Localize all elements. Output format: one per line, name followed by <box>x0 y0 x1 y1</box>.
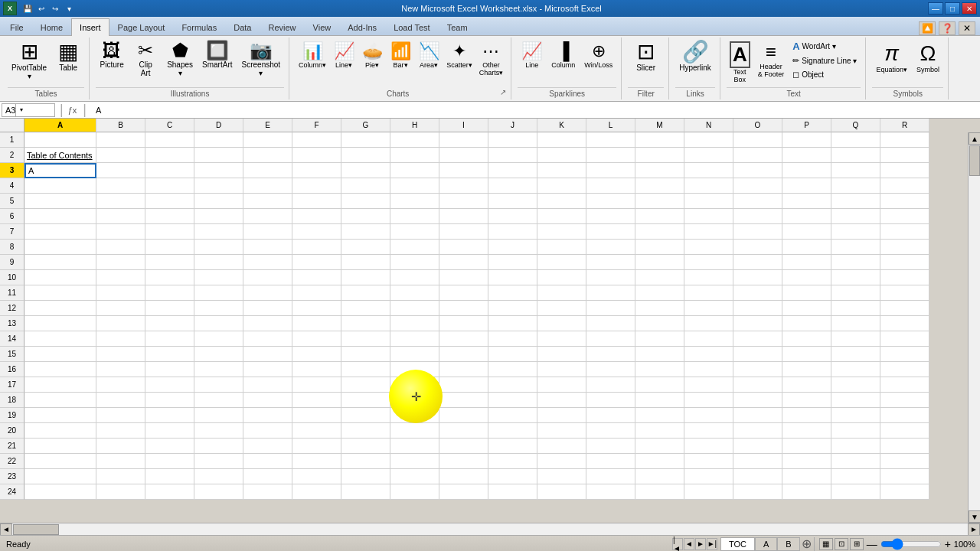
cell-E24[interactable] <box>243 484 292 500</box>
scroll-thumb-vertical[interactable] <box>969 145 980 176</box>
row-header-16[interactable]: 16 <box>0 362 24 377</box>
sheet-add-button[interactable]: ⊕ <box>800 537 814 551</box>
cell-C5[interactable] <box>145 194 194 209</box>
cell-C18[interactable] <box>145 393 194 408</box>
cell-N8[interactable] <box>684 240 733 255</box>
cell-R7[interactable] <box>880 224 929 240</box>
sparkline-column-button[interactable]: ▐ Column <box>547 39 579 71</box>
cell-M8[interactable] <box>635 240 684 255</box>
cell-B17[interactable] <box>96 377 145 393</box>
cell-M15[interactable] <box>635 347 684 362</box>
cell-E10[interactable] <box>243 270 292 285</box>
cell-D6[interactable] <box>194 209 243 224</box>
cell-L20[interactable] <box>586 423 635 439</box>
cell-N23[interactable] <box>684 469 733 484</box>
cell-K10[interactable] <box>537 270 586 285</box>
cell-A7[interactable] <box>24 224 96 240</box>
cell-A23[interactable] <box>24 469 96 484</box>
cell-J9[interactable] <box>488 255 537 270</box>
cell-Q24[interactable] <box>831 484 880 500</box>
cell-N18[interactable] <box>684 393 733 408</box>
cell-A10[interactable] <box>24 270 96 285</box>
cell-P20[interactable] <box>782 423 831 439</box>
cell-G12[interactable] <box>341 301 390 316</box>
cell-L12[interactable] <box>586 301 635 316</box>
row-header-13[interactable]: 13 <box>0 316 24 331</box>
page-break-view-button[interactable]: ⊞ <box>850 538 864 550</box>
cell-M10[interactable] <box>635 270 684 285</box>
cell-R18[interactable] <box>880 393 929 408</box>
cell-N7[interactable] <box>684 224 733 240</box>
cell-L9[interactable] <box>586 255 635 270</box>
cell-G6[interactable] <box>341 209 390 224</box>
col-header-I[interactable]: I <box>439 119 488 132</box>
row-header-18[interactable]: 18 <box>0 393 24 408</box>
cell-E6[interactable] <box>243 209 292 224</box>
cell-N5[interactable] <box>684 194 733 209</box>
cell-F23[interactable] <box>292 469 341 484</box>
cell-C10[interactable] <box>145 270 194 285</box>
cell-P1[interactable] <box>782 132 831 148</box>
cell-J4[interactable] <box>488 178 537 194</box>
cell-G14[interactable] <box>341 331 390 347</box>
cell-M3[interactable] <box>635 163 684 178</box>
cell-F16[interactable] <box>292 362 341 377</box>
cell-P4[interactable] <box>782 178 831 194</box>
cell-J15[interactable] <box>488 347 537 362</box>
tab-review[interactable]: Review <box>260 18 304 35</box>
cell-M12[interactable] <box>635 301 684 316</box>
zoom-minus-button[interactable]: — <box>867 538 877 550</box>
cell-E3[interactable] <box>243 163 292 178</box>
cell-H23[interactable] <box>390 469 439 484</box>
cell-I18[interactable] <box>439 393 488 408</box>
cell-I11[interactable] <box>439 285 488 301</box>
cell-K11[interactable] <box>537 285 586 301</box>
cell-A17[interactable] <box>24 377 96 393</box>
cell-R5[interactable] <box>880 194 929 209</box>
cell-D13[interactable] <box>194 316 243 331</box>
cell-R24[interactable] <box>880 484 929 500</box>
cell-R17[interactable] <box>880 377 929 393</box>
col-header-E[interactable]: E <box>243 119 292 132</box>
cell-P16[interactable] <box>782 362 831 377</box>
cell-I3[interactable] <box>439 163 488 178</box>
cell-H21[interactable] <box>390 439 439 454</box>
cell-Q10[interactable] <box>831 270 880 285</box>
tab-view[interactable]: View <box>305 18 340 35</box>
col-header-P[interactable]: P <box>782 119 831 132</box>
cell-G5[interactable] <box>341 194 390 209</box>
cell-J16[interactable] <box>488 362 537 377</box>
cell-J20[interactable] <box>488 423 537 439</box>
cell-Q19[interactable] <box>831 408 880 423</box>
cell-H12[interactable] <box>390 301 439 316</box>
cell-Q18[interactable] <box>831 393 880 408</box>
cell-E11[interactable] <box>243 285 292 301</box>
cell-K17[interactable] <box>537 377 586 393</box>
cell-F5[interactable] <box>292 194 341 209</box>
cell-A21[interactable] <box>24 439 96 454</box>
cell-H9[interactable] <box>390 255 439 270</box>
row-header-17[interactable]: 17 <box>0 377 24 393</box>
cell-H3[interactable] <box>390 163 439 178</box>
cell-H7[interactable] <box>390 224 439 240</box>
tab-data[interactable]: Data <box>225 18 260 35</box>
save-button[interactable]: 💾 <box>21 2 34 15</box>
cell-K4[interactable] <box>537 178 586 194</box>
cell-F2[interactable] <box>292 148 341 163</box>
cell-F10[interactable] <box>292 270 341 285</box>
cell-O2[interactable] <box>733 148 782 163</box>
cell-M18[interactable] <box>635 393 684 408</box>
cell-E9[interactable] <box>243 255 292 270</box>
cell-D2[interactable] <box>194 148 243 163</box>
other-charts-button[interactable]: ⋯ OtherCharts▾ <box>476 39 507 79</box>
cell-E14[interactable] <box>243 331 292 347</box>
cell-K2[interactable] <box>537 148 586 163</box>
cell-E8[interactable] <box>243 240 292 255</box>
cell-E4[interactable] <box>243 178 292 194</box>
cell-H24[interactable] <box>390 484 439 500</box>
cell-G10[interactable] <box>341 270 390 285</box>
cell-P6[interactable] <box>782 209 831 224</box>
cell-R22[interactable] <box>880 454 929 469</box>
cell-O10[interactable] <box>733 270 782 285</box>
cell-M7[interactable] <box>635 224 684 240</box>
